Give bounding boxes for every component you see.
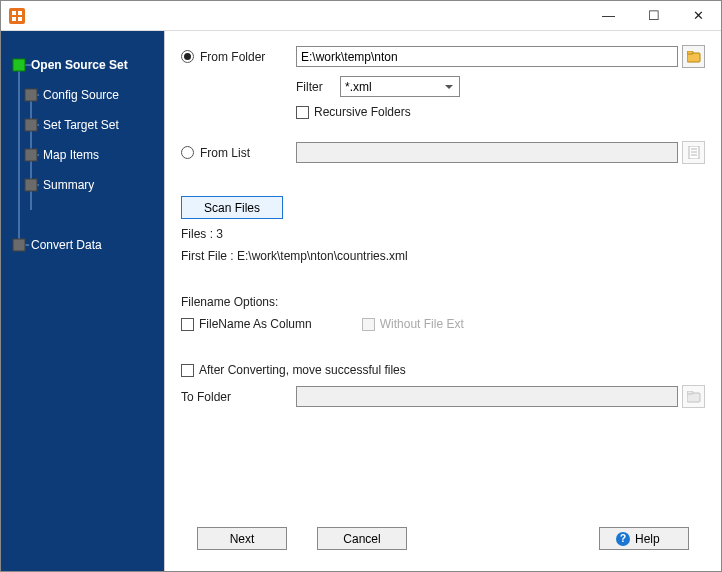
from-folder-radio[interactable] [181,50,194,63]
recursive-label: Recursive Folders [314,105,411,119]
without-ext-checkbox [362,318,375,331]
svg-rect-26 [687,391,693,394]
svg-rect-1 [12,11,16,15]
titlebar: — ☐ ✕ [1,1,721,31]
cancel-button[interactable]: Cancel [317,527,407,550]
first-file-label: First File : E:\work\temp\nton\countries… [181,249,408,263]
folder-path-input[interactable] [296,46,678,67]
browse-list-button [682,141,705,164]
svg-rect-13 [13,59,25,71]
svg-rect-15 [25,119,37,131]
sidebar-item-convert-data[interactable]: Convert Data [31,238,102,252]
minimize-button[interactable]: — [586,1,631,31]
folder-icon [687,391,701,403]
svg-rect-20 [687,51,693,54]
from-list-label: From List [200,146,250,160]
from-folder-label: From Folder [200,50,265,64]
filename-as-column-checkbox[interactable] [181,318,194,331]
sidebar-item-summary[interactable]: Summary [43,178,94,192]
app-icon [9,8,25,24]
browse-to-folder-button [682,385,705,408]
file-icon [688,146,700,159]
sidebar-item-map-items[interactable]: Map Items [43,148,99,162]
filename-options-heading: Filename Options: [181,295,278,309]
browse-folder-button[interactable] [682,45,705,68]
without-ext-label: Without File Ext [380,317,464,331]
wizard-sidebar: Open Source Set Config Source Set Target… [1,31,164,572]
svg-rect-0 [9,8,25,24]
from-list-radio[interactable] [181,146,194,159]
scan-files-button[interactable]: Scan Files [181,196,283,219]
sidebar-item-set-target[interactable]: Set Target Set [43,118,119,132]
after-convert-label: After Converting, move successful files [199,363,406,377]
next-button[interactable]: Next [197,527,287,550]
help-button[interactable]: ? Help [599,527,689,550]
sidebar-item-config-source[interactable]: Config Source [43,88,119,102]
close-button[interactable]: ✕ [676,1,721,31]
filter-label: Filter [296,80,340,94]
svg-rect-3 [12,17,16,21]
folder-open-icon [687,51,701,63]
footer: Next Cancel ? Help [181,517,705,562]
to-folder-label: To Folder [181,390,231,404]
files-count-label: Files : 3 [181,227,223,241]
maximize-button[interactable]: ☐ [631,1,676,31]
sidebar-item-open-source[interactable]: Open Source Set [31,58,128,72]
main-panel: From Folder Filter *.xml Recursive Folde… [164,31,721,572]
help-icon: ? [616,532,630,546]
filter-select[interactable]: *.xml [340,76,460,97]
to-folder-input [296,386,678,407]
after-convert-checkbox[interactable] [181,364,194,377]
svg-rect-2 [18,11,22,15]
from-list-input [296,142,678,163]
svg-rect-17 [25,179,37,191]
recursive-checkbox[interactable] [296,106,309,119]
svg-rect-16 [25,149,37,161]
svg-rect-14 [25,89,37,101]
filter-value: *.xml [345,80,372,94]
svg-rect-4 [18,17,22,21]
help-label: Help [635,532,660,546]
svg-rect-18 [13,239,25,251]
filename-as-column-label: FileName As Column [199,317,312,331]
